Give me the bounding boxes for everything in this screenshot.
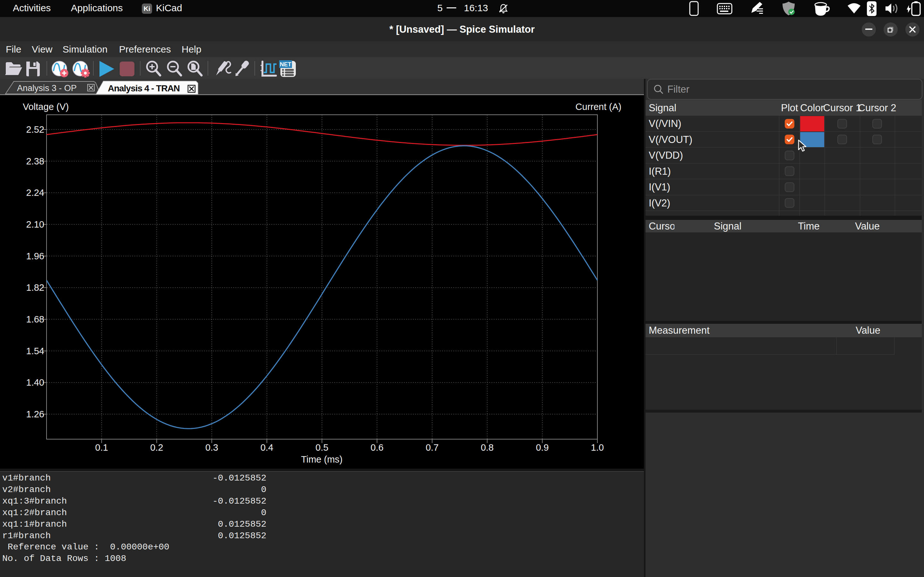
svg-text:0.7: 0.7 [426,442,439,453]
svg-text:0.1: 0.1 [95,442,108,453]
svg-text:0.4: 0.4 [260,442,273,453]
svg-text:Voltage (V): Voltage (V) [23,102,69,112]
svg-text:1.26: 1.26 [26,409,44,419]
svg-text:Analysis 4 - TRAN: Analysis 4 - TRAN [108,83,180,93]
svg-text:Time (ms): Time (ms) [301,454,342,464]
svg-text:1.68: 1.68 [26,314,44,324]
svg-text:Analysis 3 - OP: Analysis 3 - OP [17,83,77,93]
svg-text:0.6: 0.6 [371,442,383,453]
svg-text:Current (A): Current (A) [575,102,622,112]
svg-text:1.82: 1.82 [26,282,44,293]
svg-text:0.5: 0.5 [315,442,328,453]
svg-text:NET: NET [280,61,291,68]
svg-text:1.54: 1.54 [26,346,44,356]
svg-text:2.52: 2.52 [26,124,44,135]
svg-text:2.10: 2.10 [26,219,44,229]
svg-text:0.9: 0.9 [536,442,549,453]
svg-text:1.40: 1.40 [26,377,44,388]
svg-text:2.38: 2.38 [26,156,44,166]
svg-text:1.96: 1.96 [26,251,44,261]
svg-text:0.3: 0.3 [205,442,218,453]
svg-text:1.0: 1.0 [591,442,604,453]
svg-text:0.2: 0.2 [150,442,163,453]
svg-text:2.24: 2.24 [26,187,44,198]
svg-text:0.8: 0.8 [481,442,493,453]
